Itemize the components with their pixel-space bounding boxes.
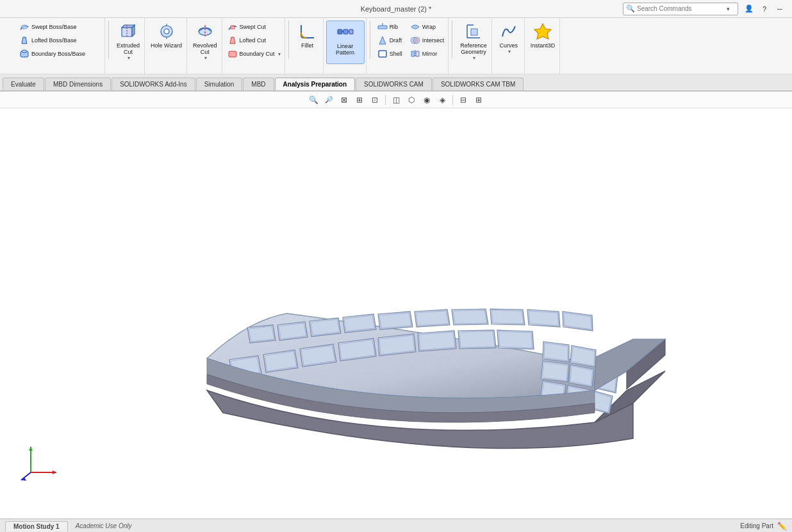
rib-label: Rib bbox=[390, 24, 399, 30]
viewport bbox=[0, 108, 792, 519]
editing-part-text: Editing Part bbox=[740, 522, 773, 529]
svg-rect-4 bbox=[122, 28, 132, 37]
tab-solidworks-addins[interactable]: SOLIDWORKS Add-Ins bbox=[111, 78, 195, 90]
hole-wizard-group: Hole Wizard bbox=[146, 18, 187, 74]
motion-study-tab[interactable]: Motion Study 1 bbox=[5, 521, 68, 531]
linear-pattern-label: Linear Pattern bbox=[330, 43, 361, 56]
section-view-btn[interactable]: ⊠ bbox=[338, 94, 351, 106]
scene-btn[interactable]: ◈ bbox=[436, 94, 449, 106]
search-icon: 🔍 bbox=[626, 4, 635, 13]
search-input[interactable] bbox=[637, 5, 727, 12]
boundary-boss-icon bbox=[19, 49, 29, 59]
tab-analysis-preparation[interactable]: Analysis Preparation bbox=[275, 78, 355, 90]
zoom-in-btn[interactable]: 🔎 bbox=[322, 94, 335, 106]
tab-simulation[interactable]: Simulation bbox=[196, 78, 243, 90]
model-area bbox=[0, 108, 792, 519]
svg-marker-29 bbox=[416, 51, 419, 56]
swept-cut-label: Swept Cut bbox=[240, 24, 267, 30]
shell-icon bbox=[377, 49, 388, 59]
curves-dd[interactable]: ▾ bbox=[508, 49, 511, 54]
search-dropdown-icon[interactable]: ▾ bbox=[727, 6, 730, 12]
tab-solidworks-cam-tbm[interactable]: SOLIDWORKS CAM TBM bbox=[433, 78, 524, 90]
search-box[interactable]: 🔍 ▾ bbox=[623, 3, 738, 15]
cut-col: Swept Cut Lofted Cut Boundary Cut ▾ bbox=[225, 21, 283, 60]
titlebar: Keyboard_master (2) * 🔍 ▾ 👤 ? ─ bbox=[0, 0, 792, 18]
fillet-btn[interactable]: Fillet bbox=[293, 21, 322, 64]
zoom-to-fit-btn[interactable]: 🔍 bbox=[307, 94, 320, 106]
tab-mbd[interactable]: MBD bbox=[243, 78, 274, 90]
revolved-cut-btn[interactable]: RevolvedCut ▾ bbox=[190, 21, 220, 64]
swept-boss-base-btn[interactable]: Swept Boss/Base bbox=[17, 21, 88, 33]
sep2 bbox=[288, 21, 289, 59]
tab-mbd-dimensions[interactable]: MBD Dimensions bbox=[45, 78, 111, 90]
hole-wizard-icon bbox=[158, 22, 176, 40]
key-row1-4 bbox=[343, 314, 376, 333]
wrap-icon bbox=[410, 22, 420, 32]
draft-btn[interactable]: Draft bbox=[375, 34, 405, 47]
editing-part-label: Editing Part ✏️ bbox=[740, 522, 787, 531]
sep3 bbox=[370, 21, 370, 59]
statusbar: Motion Study 1 Academic Use Only Editing… bbox=[0, 519, 792, 532]
svg-point-27 bbox=[413, 37, 420, 44]
reference-geometry-group: ReferenceGeometry ▾ bbox=[456, 18, 492, 74]
linear-pattern-btn[interactable]: Linear Pattern bbox=[326, 21, 365, 64]
boundary-boss-base-btn[interactable]: Boundary Boss/Base bbox=[17, 47, 88, 60]
svg-rect-16 bbox=[229, 51, 236, 57]
shell-btn[interactable]: Shell bbox=[375, 47, 405, 60]
title-text: Keyboard_master (2) * bbox=[361, 5, 432, 13]
reference-geometry-btn[interactable]: ReferenceGeometry ▾ bbox=[457, 21, 490, 64]
tab-evaluate[interactable]: Evaluate bbox=[3, 78, 44, 90]
revolved-cut-icon bbox=[196, 22, 214, 40]
extruded-cut-dd[interactable]: ▾ bbox=[128, 55, 130, 61]
extruded-cut-icon bbox=[119, 22, 137, 40]
tab-solidworks-cam[interactable]: SOLIDWORKS CAM bbox=[356, 78, 432, 90]
fillet-icon bbox=[299, 22, 317, 40]
revolved-cut-dd[interactable]: ▾ bbox=[204, 55, 207, 61]
svg-point-0 bbox=[21, 25, 28, 29]
boss-base-group: Swept Boss/Base Lofted Boss/Base Boundar… bbox=[3, 18, 105, 74]
boundary-cut-btn[interactable]: Boundary Cut ▾ bbox=[225, 47, 283, 60]
window-controls: 👤 ? ─ bbox=[742, 2, 787, 16]
view-grid-btn[interactable]: ⊟ bbox=[457, 94, 470, 106]
curves-btn[interactable]: Curves ▾ bbox=[495, 21, 523, 64]
display-style-btn[interactable]: ⊡ bbox=[368, 94, 381, 106]
help-icon[interactable]: ? bbox=[757, 2, 771, 16]
boundary-cut-dd[interactable]: ▾ bbox=[278, 51, 281, 57]
statusbar-tabs: Motion Study 1 bbox=[5, 521, 68, 531]
boundary-cut-icon bbox=[227, 49, 238, 59]
svg-rect-22 bbox=[378, 26, 387, 29]
mirror-btn[interactable]: Mirror bbox=[408, 47, 447, 60]
instant3d-label: Instant3D bbox=[531, 42, 556, 49]
svg-rect-17 bbox=[338, 29, 342, 34]
swept-cut-icon bbox=[227, 22, 238, 32]
display-mode-btn[interactable]: ◫ bbox=[390, 94, 402, 106]
minimize-button[interactable]: ─ bbox=[773, 2, 787, 16]
revolved-cut-label: RevolvedCut bbox=[193, 42, 217, 55]
view-orient-btn[interactable]: ⊞ bbox=[353, 94, 366, 106]
instant3d-btn[interactable]: Instant3D bbox=[527, 21, 559, 64]
shell-label: Shell bbox=[390, 51, 402, 57]
fillet-label: Fillet bbox=[301, 42, 313, 49]
svg-marker-15 bbox=[230, 37, 235, 44]
intersect-btn[interactable]: Intersect bbox=[408, 34, 447, 47]
lofted-cut-btn[interactable]: Lofted Cut bbox=[225, 34, 283, 47]
titlebar-right: 🔍 ▾ 👤 ? ─ bbox=[623, 2, 787, 16]
swept-cut-btn[interactable]: Swept Cut bbox=[225, 21, 283, 33]
hole-wizard-btn[interactable]: Hole Wizard bbox=[147, 21, 185, 64]
reference-geometry-dd[interactable]: ▾ bbox=[473, 55, 475, 61]
wrap-btn[interactable]: Wrap bbox=[408, 21, 447, 33]
svg-rect-34 bbox=[471, 29, 477, 35]
boundary-cut-label: Boundary Cut bbox=[240, 51, 275, 57]
user-icon[interactable]: 👤 bbox=[742, 2, 756, 16]
view-extra-btn[interactable]: ⊞ bbox=[472, 94, 485, 106]
editing-part-icon: ✏️ bbox=[777, 522, 787, 531]
lofted-boss-base-btn[interactable]: Lofted Boss/Base bbox=[17, 34, 88, 47]
curves-group: Curves ▾ bbox=[493, 18, 525, 74]
rib-btn[interactable]: Rib bbox=[375, 21, 405, 33]
mirror-label: Mirror bbox=[422, 51, 438, 57]
appearance-btn[interactable]: ◉ bbox=[420, 94, 433, 106]
view-settings-btn[interactable]: ⬡ bbox=[405, 94, 418, 106]
view-sep2 bbox=[452, 95, 453, 105]
key-row1-7 bbox=[452, 309, 488, 325]
extruded-cut-btn[interactable]: ExtrudedCut ▾ bbox=[113, 21, 143, 64]
